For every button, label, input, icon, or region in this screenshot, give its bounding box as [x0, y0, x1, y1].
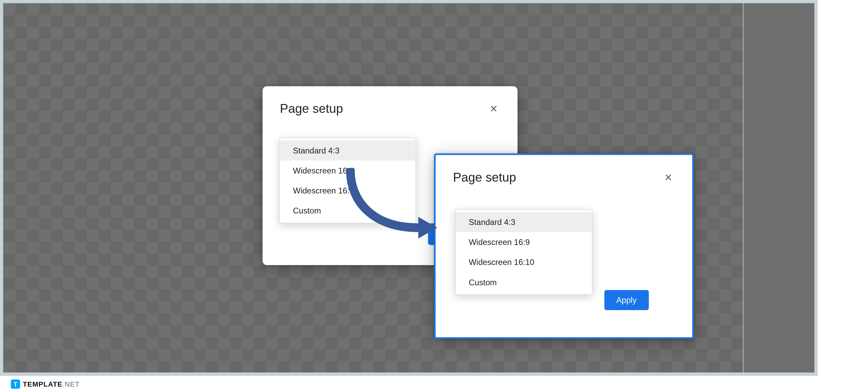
option-standard-43[interactable]: Standard 4:3	[280, 140, 416, 160]
right-gray-panel	[744, 3, 814, 373]
aspect-ratio-dropdown-1[interactable]: Standard 4:3 Widescreen 16:9 Widescreen …	[279, 138, 416, 223]
close-icon[interactable]: ✕	[662, 171, 675, 183]
template-net-watermark: T TEMPLATE.NET	[11, 379, 80, 389]
option-widescreen-169[interactable]: Widescreen 16:9	[456, 232, 592, 252]
option-widescreen-1610[interactable]: Widescreen 16:10	[280, 181, 416, 201]
vertical-divider	[743, 3, 744, 373]
watermark-brand: TEMPLATE	[23, 380, 62, 388]
option-custom[interactable]: Custom	[456, 272, 592, 292]
watermark-tld: .NET	[62, 380, 80, 388]
dialog-title: Page setup	[453, 170, 516, 185]
template-logo-icon: T	[11, 379, 20, 389]
option-widescreen-1610[interactable]: Widescreen 16:10	[456, 252, 592, 272]
option-custom[interactable]: Custom	[280, 201, 416, 221]
option-widescreen-169[interactable]: Widescreen 16:9	[280, 161, 416, 181]
apply-button[interactable]: Apply	[604, 290, 648, 310]
dialog-title: Page setup	[280, 101, 343, 116]
close-icon[interactable]: ✕	[487, 103, 500, 115]
aspect-ratio-dropdown-2[interactable]: Standard 4:3 Widescreen 16:9 Widescreen …	[455, 209, 592, 295]
option-standard-43[interactable]: Standard 4:3	[456, 212, 592, 232]
